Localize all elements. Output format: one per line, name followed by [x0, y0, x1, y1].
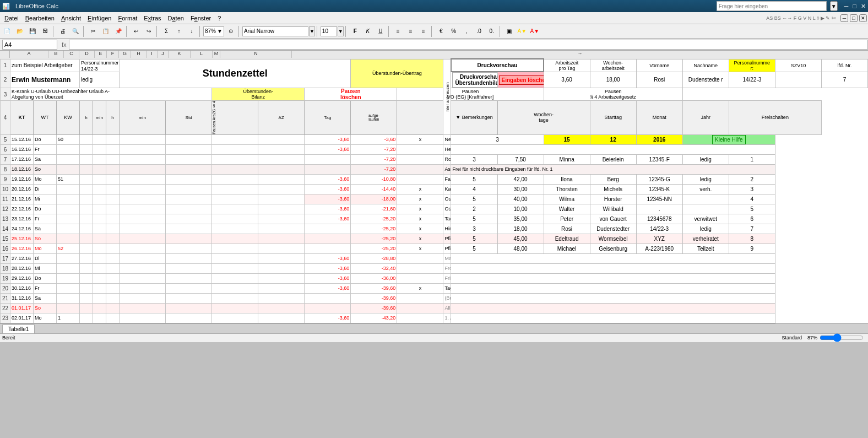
cell-reference-input[interactable] — [2, 40, 57, 50]
underline-btn[interactable]: U — [375, 25, 387, 37]
m2-23 — [120, 313, 166, 323]
font-dropdown-btn[interactable]: ▼ — [309, 26, 315, 36]
function-wizard-icon[interactable]: fx — [59, 41, 69, 48]
sum-btn[interactable]: Σ — [160, 25, 172, 37]
h2-8 — [106, 164, 120, 174]
monat-header: Monat — [636, 101, 682, 135]
note-1: Neujahr — [443, 134, 451, 144]
inc-decimal-btn[interactable]: .0 — [473, 25, 485, 37]
kleine-hilfe-button[interactable]: Kleine Hilfe — [712, 135, 746, 144]
font-color-btn[interactable]: A▼ — [529, 25, 541, 37]
rp-17 — [451, 253, 775, 263]
druckvorschau-btn-cell[interactable]: DruckvorschauÜberstundenbilanz — [451, 72, 497, 88]
emp-vorname-7: Rosi — [544, 224, 590, 234]
open-btn[interactable]: 📂 — [14, 25, 26, 37]
copy-btn[interactable]: 📋 — [100, 25, 112, 37]
search-btn[interactable]: ▼ — [830, 1, 838, 11]
pause-16 — [212, 244, 258, 253]
row-num-3: 3 — [1, 88, 10, 101]
note-8: Aschermittwoch — [443, 164, 451, 174]
window-min-btn[interactable]: ─ — [840, 14, 848, 22]
emp-nachname-5: Willibald — [590, 204, 636, 214]
font-size-dropdown-btn[interactable]: ▼ — [338, 26, 344, 36]
help-search-input[interactable] — [717, 1, 827, 11]
menu-fenster[interactable]: Fenster — [187, 14, 214, 23]
menu-einfuegen[interactable]: Einfügen — [84, 14, 115, 23]
pause-22 — [212, 303, 258, 313]
x-18 — [397, 263, 443, 273]
window-close-btn[interactable]: ✕ — [859, 14, 867, 22]
border-btn[interactable]: ▣ — [503, 25, 516, 37]
menu-extras[interactable]: Extras — [140, 14, 164, 23]
eingaben-loschen-cell[interactable]: Eingaben löschen — [497, 72, 544, 88]
zoom-slider[interactable] — [820, 333, 864, 342]
table-row: 9 19.12.16 Mo 51 -3,60 -10,80 Fastnacht … — [1, 174, 868, 184]
undo-btn[interactable]: ↩ — [130, 25, 142, 37]
menu-daten[interactable]: Daten — [165, 14, 187, 23]
print-preview-btn[interactable]: 🔍 — [69, 25, 82, 37]
ue-std-19: -3,60 — [305, 273, 351, 283]
az-21 — [258, 293, 305, 303]
emp-vorname-1: Minna — [544, 154, 590, 164]
row-num-23: 23 — [1, 313, 10, 323]
zoom-selector[interactable]: 87% ▼ — [203, 26, 224, 36]
wt-13: Fr — [34, 214, 57, 224]
menu-bearbeiten[interactable]: Bearbeiten — [22, 14, 58, 23]
print-btn[interactable]: 🖨 — [57, 25, 69, 37]
note-20: Tag d. Einheit — [443, 283, 451, 293]
align-left-btn[interactable]: ≡ — [392, 25, 404, 37]
table-row: 17 27.12.16 Di -3,60 -28,80 Mariä Himmel… — [1, 253, 868, 263]
sort-asc-btn[interactable]: ↑ — [173, 25, 185, 37]
x-14: x — [397, 224, 443, 234]
emp-lfd-6: 6 — [729, 214, 775, 224]
std-23 — [166, 313, 212, 323]
note-11: Ostersonntag — [443, 194, 451, 204]
window-max-btn[interactable]: □ — [850, 14, 858, 22]
menu-format[interactable]: Format — [115, 14, 140, 23]
dec-decimal-btn[interactable]: 0. — [486, 25, 498, 37]
cut-btn[interactable]: ✂ — [87, 25, 99, 37]
italic-btn[interactable]: K — [362, 25, 374, 37]
formula-input[interactable] — [69, 40, 868, 50]
eingaben-loschen-button[interactable]: Eingaben löschen — [499, 75, 544, 85]
menu-ansicht[interactable]: Ansicht — [58, 14, 84, 23]
kw-6 — [57, 144, 80, 154]
zoom-dropdown-icon[interactable]: ▼ — [217, 28, 223, 34]
align-center-btn[interactable]: ≡ — [405, 25, 417, 37]
ue-auf-18: -32,40 — [351, 263, 397, 273]
pause-8 — [212, 164, 258, 174]
emp-lfd-5: 5 — [729, 204, 775, 214]
pausen-loschen-label[interactable]: Pausenlöschen — [340, 88, 361, 100]
save-as-btn[interactable]: 🖫 — [39, 25, 51, 37]
sheet-tab-bar: Tabelle1 — [0, 323, 868, 333]
menu-help[interactable]: ? — [214, 14, 224, 23]
font-size-input[interactable] — [321, 26, 337, 36]
paste-btn[interactable]: 📌 — [112, 25, 124, 37]
table-row: 13 23.12.16 Fr -3,60 -25,20 x Tag der Ar… — [1, 214, 868, 224]
sort-desc-btn[interactable]: ↓ — [186, 25, 198, 37]
zoom-btn[interactable]: ⊙ — [225, 25, 237, 37]
currency-btn[interactable]: € — [435, 25, 447, 37]
align-right-btn[interactable]: ≡ — [417, 25, 430, 37]
save-btn[interactable]: 💾 — [26, 25, 39, 37]
kleine-hilfe-cell[interactable]: Kleine Hilfe — [682, 134, 775, 144]
new-btn[interactable]: 📄 — [1, 25, 13, 37]
h1-19 — [80, 273, 93, 283]
table-row: 21 31.12.16 Sa -39,60 (Buß/ Bettag) — [1, 293, 868, 303]
font-family-input[interactable] — [242, 26, 308, 36]
sheet-tab-1[interactable]: Tabelle1 — [2, 325, 35, 333]
table-row: 22 01.01.17 So -39,60 Allerheiligen — [1, 303, 868, 313]
bold-btn[interactable]: F — [349, 25, 361, 37]
druckvorschau-button[interactable]: DruckvorschauÜberstundenbilanz — [452, 72, 497, 88]
wt-19: Do — [34, 273, 57, 283]
thousands-btn[interactable]: , — [460, 25, 473, 37]
percent-btn[interactable]: % — [448, 25, 460, 37]
fill-color-btn[interactable]: A▼ — [516, 25, 528, 37]
row-num-4: 4 — [1, 101, 10, 135]
kw-cell-1: 50 — [57, 134, 80, 144]
h2-10 — [106, 184, 120, 194]
redo-btn[interactable]: ↪ — [143, 25, 155, 37]
emp-arbeitszeit-8: 5 — [451, 234, 497, 244]
menu-datei[interactable]: Datei — [1, 14, 22, 23]
note-18: Fronleichnam — [443, 263, 451, 273]
